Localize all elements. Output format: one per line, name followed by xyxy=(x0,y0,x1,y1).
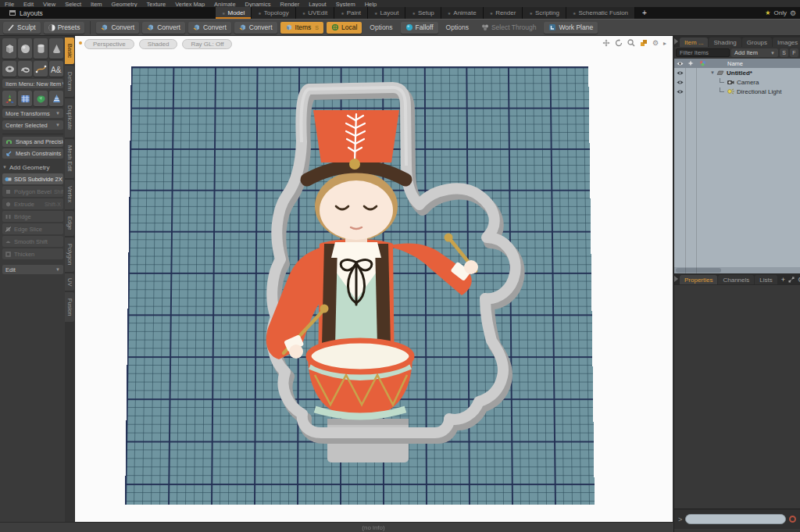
only-toggle[interactable]: Only xyxy=(773,9,786,16)
falloff-button[interactable]: Falloff xyxy=(401,22,438,34)
item-row-directional-light[interactable]: Directional Light xyxy=(674,87,800,96)
smooth-shift-button[interactable]: Smooth Shift xyxy=(2,236,63,247)
add-item-dropdown[interactable]: Add Item▼ xyxy=(731,48,778,57)
panel-corner-icon[interactable] xyxy=(674,38,678,45)
layout-tab-model[interactable]: ★Model xyxy=(216,7,252,19)
polygon-bevel-button[interactable]: Polygon Bevel Shift-B xyxy=(2,186,63,197)
convert-button-3[interactable]: Convert xyxy=(188,22,231,34)
cube-primitive-button[interactable] xyxy=(2,38,16,59)
layout-tab-paint[interactable]: ★Paint xyxy=(334,7,368,19)
tab-deform[interactable]: Deform xyxy=(65,66,74,97)
tab-channels[interactable]: Channels xyxy=(718,275,754,284)
item-row-mesh[interactable]: ▼ Untitled* xyxy=(674,68,800,77)
menu-item-help[interactable]: Help xyxy=(365,1,377,7)
command-input[interactable] xyxy=(685,514,786,524)
items-mode-button[interactable]: Items S xyxy=(280,22,323,34)
torus-primitive-button[interactable] xyxy=(2,61,16,77)
sculpt-blob-button[interactable] xyxy=(34,91,48,106)
convert-button-1[interactable]: Convert xyxy=(96,22,139,34)
favorite-star-icon[interactable]: ★ xyxy=(765,9,770,16)
viewport-settings-icon[interactable]: ⚙ xyxy=(652,39,659,47)
name-column-header[interactable]: Name xyxy=(709,60,743,67)
eye-icon[interactable] xyxy=(674,80,685,85)
tab-vertex[interactable]: Vertex xyxy=(65,180,74,209)
viewport-shading-selector[interactable]: Shaded xyxy=(139,39,178,49)
panel-corner-icon[interactable] xyxy=(674,276,678,282)
curve-tool-button[interactable] xyxy=(34,61,48,77)
item-row-camera[interactable]: Camera xyxy=(674,77,800,87)
convert-button-4[interactable]: Convert xyxy=(234,22,277,34)
select-through-button[interactable]: Select Through xyxy=(477,22,541,34)
tab-mesh-edit[interactable]: Mesh Edit xyxy=(65,139,74,178)
menu-item-view[interactable]: View xyxy=(43,1,55,7)
tab-properties[interactable]: Properties xyxy=(680,275,717,284)
layout-tab-animate[interactable]: ★Animate xyxy=(441,7,484,19)
item-menu-dropdown[interactable]: Item Menu: New Item▼ xyxy=(2,79,63,88)
scope-s-button[interactable]: S xyxy=(780,48,788,57)
rotate-icon[interactable] xyxy=(615,39,623,47)
sculpt-button[interactable]: Sculpt xyxy=(3,22,41,34)
item-list-hscrollbar[interactable] xyxy=(674,267,800,273)
pan-icon[interactable] xyxy=(602,39,610,47)
coil-primitive-button[interactable] xyxy=(18,61,32,77)
sds-subdivide-button[interactable]: SDS Subdivide 2X xyxy=(2,173,63,184)
filter-items-input[interactable] xyxy=(676,48,730,57)
gear-icon[interactable]: ⚙ xyxy=(790,9,796,17)
layout-tab-topology[interactable]: ★Topology xyxy=(252,7,296,19)
pop-out-icon[interactable] xyxy=(788,277,795,283)
drummer-cookie-cutter-model[interactable] xyxy=(227,66,602,520)
cylinder-primitive-button[interactable] xyxy=(34,38,48,59)
local-action-center-button[interactable]: Local xyxy=(327,22,362,34)
options-button-2[interactable]: Options xyxy=(441,22,473,34)
presets-button[interactable]: Presets xyxy=(44,22,85,34)
tab-uv[interactable]: UV xyxy=(65,273,74,291)
layouts-button[interactable]: Layouts xyxy=(0,7,51,19)
more-transforms-dropdown[interactable]: More Transforms▼ xyxy=(2,109,63,118)
zoom-icon[interactable] xyxy=(627,39,635,47)
layout-tab-render[interactable]: ★Render xyxy=(484,7,523,19)
viewport-raygl-toggle[interactable]: Ray GL: Off xyxy=(182,39,232,49)
thicken-button[interactable]: Thicken xyxy=(2,248,63,259)
3d-viewport[interactable]: Perspective Shaded Ray GL: Off ⚙ ▸ xyxy=(74,36,673,522)
tab-polygon[interactable]: Polygon xyxy=(65,237,74,272)
center-selected-dropdown[interactable]: Center Selected▼ xyxy=(2,120,63,130)
menu-item-select[interactable]: Select xyxy=(65,1,81,7)
tab-duplicate[interactable]: Duplicate xyxy=(65,98,74,137)
expand-arrow-icon[interactable]: ▸ xyxy=(663,40,666,47)
menu-item-vertex-map[interactable]: Vertex Map xyxy=(175,1,205,7)
work-plane-button[interactable]: Work Plane xyxy=(544,22,598,34)
menu-item-item[interactable]: Item xyxy=(91,1,102,7)
layout-tab-setup[interactable]: ★Setup xyxy=(405,7,441,19)
sphere-primitive-button[interactable] xyxy=(18,38,32,59)
menu-item-layout[interactable]: Layout xyxy=(309,1,327,7)
cone-primitive-button[interactable] xyxy=(49,38,63,59)
menu-item-system[interactable]: System xyxy=(336,1,355,7)
scope-f-button[interactable]: F xyxy=(790,48,798,57)
bridge-button[interactable]: Bridge xyxy=(2,211,63,222)
tab-item-list[interactable]: Item ... xyxy=(680,37,708,47)
expander-icon[interactable]: ▼ xyxy=(709,70,716,75)
viewport-view-selector[interactable]: Perspective xyxy=(84,39,134,49)
text-tool-button[interactable]: A& xyxy=(49,61,63,77)
edit-dropdown[interactable]: Edit▼ xyxy=(2,265,63,274)
transform-gizmo-button[interactable] xyxy=(2,91,16,106)
tab-groups[interactable]: Groups xyxy=(742,37,772,47)
command-history-icon[interactable] xyxy=(789,516,796,523)
color-column-icon[interactable] xyxy=(696,60,709,66)
tab-basic[interactable]: Basic xyxy=(65,37,74,64)
layout-tab-uvedit[interactable]: ★UVEdit xyxy=(296,7,334,19)
menu-item-edit[interactable]: Edit xyxy=(23,1,34,7)
layout-presets-icon[interactable] xyxy=(640,39,648,47)
tab-fusion[interactable]: Fusion xyxy=(65,292,74,322)
convert-button-2[interactable]: Convert xyxy=(142,22,185,34)
snaps-and-precision-button[interactable]: Snaps and Precision xyxy=(2,137,63,147)
item-list-empty-area[interactable] xyxy=(674,96,800,267)
menu-item-geometry[interactable]: Geometry xyxy=(112,1,138,7)
eye-icon[interactable] xyxy=(674,70,685,76)
lattice-button[interactable] xyxy=(18,91,32,106)
layout-tab-schematic-fusion[interactable]: ★Schematic Fusion xyxy=(566,7,635,19)
options-button-1[interactable]: Options xyxy=(365,22,397,34)
layout-tab-layout[interactable]: ★Layout xyxy=(368,7,406,19)
add-geometry-section-header[interactable]: ▼ Add Geometry xyxy=(2,162,63,172)
scrollbar-thumb[interactable] xyxy=(676,268,721,273)
